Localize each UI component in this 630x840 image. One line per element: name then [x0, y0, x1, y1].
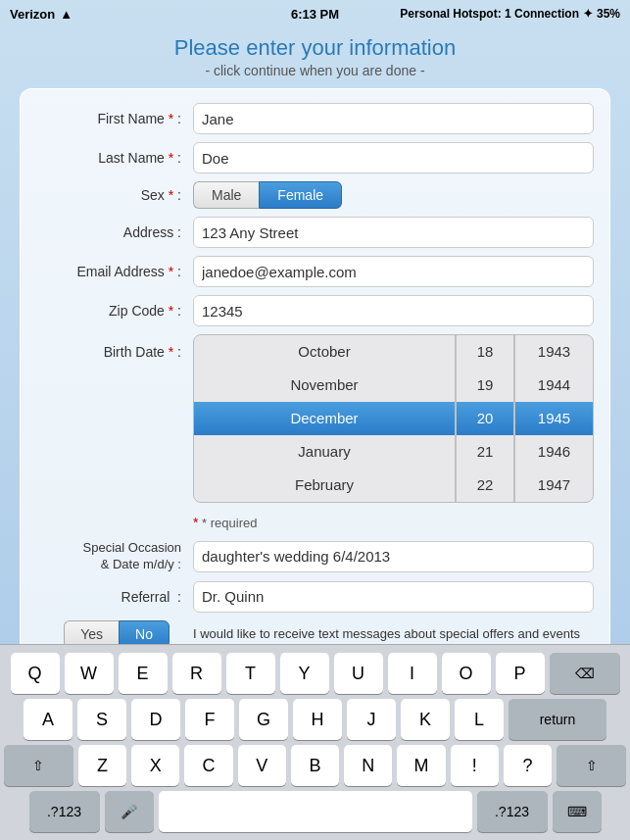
year-1946[interactable]: 1946	[515, 435, 593, 469]
year-1947[interactable]: 1947	[515, 469, 593, 502]
keyboard-row-4: .?123 🎤 .?123 ⌨	[4, 791, 626, 832]
key-question[interactable]: ?	[504, 745, 552, 786]
keyboard-row-2: A S D F G H J K L return	[4, 699, 626, 740]
num-right-key[interactable]: .?123	[477, 791, 548, 832]
year-1944[interactable]: 1944	[515, 369, 593, 402]
year-column[interactable]: 1943 1944 1945 1946 1947	[514, 335, 593, 502]
email-row: Email Address * :	[36, 256, 594, 287]
month-february[interactable]: February	[194, 469, 455, 502]
backspace-key[interactable]: ⌫	[550, 653, 620, 694]
month-november[interactable]: November	[194, 369, 455, 402]
key-d[interactable]: D	[131, 699, 180, 740]
special-occasion-row: Special Occasion& Date m/d/y :	[36, 540, 594, 573]
month-column[interactable]: October November December January Februa…	[194, 335, 456, 502]
key-y[interactable]: Y	[280, 653, 329, 694]
bluetooth-icon: ✦	[583, 7, 593, 21]
month-december[interactable]: December	[194, 402, 455, 435]
zip-input[interactable]	[193, 295, 594, 326]
address-input[interactable]	[193, 217, 594, 248]
keyboard-row-1: Q W E R T Y U I O P ⌫	[4, 653, 626, 694]
main-content: Please enter your information - click co…	[0, 27, 630, 703]
keyboard: Q W E R T Y U I O P ⌫ A S D F G H J K L …	[0, 644, 630, 840]
sex-buttons: Male Female	[193, 181, 342, 209]
hotspot-label: Personal Hotspot: 1 Connection	[400, 7, 579, 21]
key-k[interactable]: K	[401, 699, 450, 740]
key-l[interactable]: L	[455, 699, 504, 740]
shift-left-key[interactable]: ⇧	[4, 745, 73, 786]
key-m[interactable]: M	[397, 745, 445, 786]
email-input[interactable]	[193, 256, 594, 287]
key-q[interactable]: Q	[11, 653, 60, 694]
month-january[interactable]: January	[194, 435, 455, 469]
first-name-label: First Name * :	[36, 111, 193, 126]
wifi-icon: ▲	[60, 7, 73, 22]
birth-date-row: Birth Date * : October November December…	[36, 334, 594, 503]
required-note: * * required	[36, 511, 594, 534]
day-20[interactable]: 20	[457, 402, 513, 435]
key-u[interactable]: U	[334, 653, 383, 694]
key-w[interactable]: W	[65, 653, 114, 694]
year-1943[interactable]: 1943	[515, 335, 593, 369]
key-n[interactable]: N	[344, 745, 392, 786]
last-name-row: Last Name * :	[36, 142, 594, 173]
referral-input[interactable]	[193, 581, 594, 613]
referral-row: Referral :	[36, 581, 594, 613]
key-b[interactable]: B	[291, 745, 339, 786]
text-message-label: I would like to receive text messages ab…	[193, 626, 594, 641]
birth-date-label: Birth Date * :	[36, 334, 193, 360]
special-occasion-label: Special Occasion& Date m/d/y :	[36, 540, 193, 573]
key-g[interactable]: G	[239, 699, 288, 740]
num-left-key[interactable]: .?123	[29, 791, 100, 832]
address-row: Address :	[36, 217, 594, 248]
space-key[interactable]	[159, 791, 472, 832]
status-time: 6:13 PM	[291, 7, 339, 22]
month-october[interactable]: October	[194, 335, 455, 369]
zip-label: Zip Code * :	[36, 303, 193, 319]
key-z[interactable]: Z	[78, 745, 126, 786]
sex-female-button[interactable]: Female	[259, 181, 342, 209]
status-left: Verizon ▲	[10, 7, 73, 22]
year-1945[interactable]: 1945	[515, 402, 593, 435]
last-name-input[interactable]	[193, 142, 594, 173]
sex-label: Sex * :	[36, 187, 193, 203]
mic-key[interactable]: 🎤	[105, 791, 154, 832]
status-bar: Verizon ▲ 6:13 PM Personal Hotspot: 1 Co…	[0, 0, 630, 27]
day-19[interactable]: 19	[457, 369, 513, 402]
special-occasion-input[interactable]	[193, 541, 594, 572]
first-name-input[interactable]	[193, 103, 594, 134]
form-card: First Name * : Last Name * : Sex * : Mal…	[20, 88, 610, 703]
keyboard-dismiss-key[interactable]: ⌨	[553, 791, 602, 832]
key-x[interactable]: X	[131, 745, 179, 786]
referral-label: Referral :	[36, 589, 193, 605]
zip-row: Zip Code * :	[36, 295, 594, 326]
page-subtitle: - click continue when you are done -	[20, 63, 610, 78]
key-j[interactable]: J	[347, 699, 396, 740]
first-name-row: First Name * :	[36, 103, 594, 134]
battery-label: 35%	[597, 7, 620, 21]
day-18[interactable]: 18	[457, 335, 513, 369]
date-picker[interactable]: October November December January Februa…	[193, 334, 594, 503]
return-key[interactable]: return	[509, 699, 606, 740]
key-o[interactable]: O	[442, 653, 491, 694]
key-h[interactable]: H	[293, 699, 342, 740]
day-22[interactable]: 22	[457, 469, 513, 502]
keyboard-row-3: ⇧ Z X C V B N M ! ? ⇧	[4, 745, 626, 786]
key-i[interactable]: I	[388, 653, 437, 694]
key-exclaim[interactable]: !	[451, 745, 499, 786]
key-f[interactable]: F	[185, 699, 234, 740]
sex-male-button[interactable]: Male	[193, 181, 259, 209]
key-s[interactable]: S	[77, 699, 126, 740]
key-e[interactable]: E	[119, 653, 168, 694]
status-right: Personal Hotspot: 1 Connection ✦ 35%	[400, 7, 620, 21]
day-21[interactable]: 21	[457, 435, 513, 469]
key-v[interactable]: V	[238, 745, 286, 786]
key-c[interactable]: C	[184, 745, 232, 786]
shift-right-key[interactable]: ⇧	[557, 745, 626, 786]
key-r[interactable]: R	[172, 653, 221, 694]
page-title: Please enter your information	[20, 35, 610, 61]
key-a[interactable]: A	[24, 699, 73, 740]
day-column[interactable]: 18 19 20 21 22	[456, 335, 514, 502]
carrier-label: Verizon	[10, 7, 55, 22]
key-p[interactable]: P	[496, 653, 545, 694]
key-t[interactable]: T	[226, 653, 275, 694]
